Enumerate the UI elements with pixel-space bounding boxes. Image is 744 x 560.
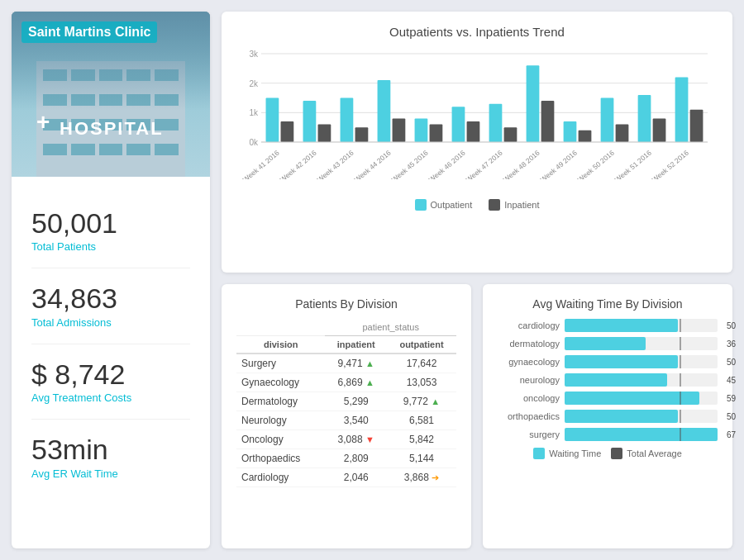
waiting-row: orthopaedics 50 <box>498 410 718 423</box>
waiting-bar-value: 67 <box>727 429 736 439</box>
inpatient-legend-color <box>489 199 500 211</box>
svg-text:Week 49 2016: Week 49 2016 <box>539 149 579 179</box>
division-table-body: Surgery 9,471 ▲ 17,642 Gynaecology 6,869… <box>236 354 456 487</box>
svg-rect-9 <box>281 121 294 142</box>
trend-chart-legend: Outpatient Inpatient <box>238 199 716 211</box>
waiting-bar-value: 45 <box>727 375 736 384</box>
th-outpatient: outpatient <box>387 335 456 354</box>
svg-rect-12 <box>318 125 331 142</box>
svg-rect-8 <box>266 98 279 143</box>
total-patients-label: Total Patients <box>31 240 190 253</box>
total-patients-value: 50,001 <box>31 208 190 239</box>
waiting-bar-container: 50 <box>565 319 718 332</box>
division-cell: Surgery <box>236 354 325 373</box>
waiting-label: dermatology <box>498 339 560 349</box>
hospital-cross-icon: + <box>36 109 50 135</box>
svg-text:Week 50 2016: Week 50 2016 <box>576 149 616 179</box>
waiting-label: surgery <box>498 429 560 439</box>
division-cell: Oncology <box>236 429 325 448</box>
svg-text:Week 46 2016: Week 46 2016 <box>427 149 467 179</box>
inpatient-cell: 3,088 ▼ <box>325 429 387 448</box>
dashboard: Saint Martins Clinic + HOSPITAL 50,001 T… <box>12 12 732 548</box>
division-table-title: Patients By Division <box>236 297 456 311</box>
waiting-chart-title: Avg Waiting Time By Division <box>498 297 718 311</box>
trend-down-icon: ▼ <box>365 434 374 444</box>
svg-rect-32 <box>564 121 577 142</box>
avg-line <box>680 410 681 423</box>
svg-rect-35 <box>601 98 614 143</box>
bottom-row: Patients By Division patient_status divi… <box>222 284 732 549</box>
svg-text:Week 47 2016: Week 47 2016 <box>465 149 504 179</box>
svg-rect-18 <box>393 118 406 142</box>
avg-line <box>680 337 681 350</box>
waiting-row: neurology 45 <box>498 373 718 387</box>
svg-text:Week 43 2016: Week 43 2016 <box>316 149 355 179</box>
svg-text:Week 48 2016: Week 48 2016 <box>502 149 541 179</box>
legend-outpatient: Outpatient <box>415 199 473 211</box>
waiting-row: surgery 67 <box>498 428 718 441</box>
svg-text:Week 44 2016: Week 44 2016 <box>353 149 393 179</box>
inpatient-cell: 9,471 ▲ <box>325 354 387 373</box>
waiting-bar-value: 59 <box>727 393 736 402</box>
svg-rect-38 <box>638 95 651 142</box>
svg-text:3k: 3k <box>249 50 258 59</box>
table-row: Oncology 3,088 ▼ 5,842 <box>236 429 456 448</box>
avg-treatment-stat: $ 8,742 Avg Treatment Costs <box>31 344 190 420</box>
svg-rect-39 <box>653 118 666 142</box>
total-avg-legend: Total Average <box>611 448 681 459</box>
legend-inpatient: Inpatient <box>489 199 539 211</box>
trend-up-icon: ▲ <box>365 377 374 387</box>
avg-wait-stat: 53min Avg ER Wait Time <box>31 420 190 494</box>
table-row: Orthopaedics 2,809 5,144 <box>236 448 456 467</box>
avg-treatment-value: $ 8,742 <box>31 359 190 390</box>
waiting-bar-value: 50 <box>727 320 736 330</box>
division-cell: Dermatology <box>236 392 325 411</box>
trend-chart-svg: 0k1k2k3kWeek 41 2016Week 42 2016Week 43 … <box>238 47 716 179</box>
svg-rect-30 <box>541 101 555 142</box>
waiting-label: orthopaedics <box>498 411 560 421</box>
avg-treatment-label: Avg Treatment Costs <box>31 392 190 404</box>
left-panel: Saint Martins Clinic + HOSPITAL 50,001 T… <box>12 12 210 548</box>
outpatient-cell: 5,144 <box>387 448 456 467</box>
svg-text:Week 51 2016: Week 51 2016 <box>613 149 653 179</box>
waiting-bar-fill <box>565 337 646 350</box>
th-division-empty <box>236 319 325 336</box>
waiting-label: cardiology <box>498 320 560 330</box>
svg-rect-24 <box>467 121 480 142</box>
inpatient-cell: 2,046 <box>325 467 387 486</box>
table-row: Cardiology 2,046 3,868 ➔ <box>236 467 456 486</box>
svg-text:Week 41 2016: Week 41 2016 <box>241 149 281 179</box>
inpatient-cell: 3,540 <box>325 411 387 429</box>
waiting-row: dermatology 36 <box>498 337 718 350</box>
waiting-legend: Waiting Time Total Average <box>498 448 718 459</box>
trend-right-icon: ➔ <box>432 472 439 482</box>
outpatient-cell: 17,642 <box>387 354 456 373</box>
waiting-bar-container: 45 <box>565 373 718 387</box>
avg-line <box>680 355 681 368</box>
outpatient-cell: 3,868 ➔ <box>387 467 456 486</box>
svg-rect-29 <box>527 65 540 142</box>
svg-text:0k: 0k <box>249 138 258 147</box>
outpatient-cell: 9,772 ▲ <box>387 392 456 411</box>
division-table: patient_status division inpatient outpat… <box>236 319 456 487</box>
total-admissions-label: Total Admissions <box>31 316 190 329</box>
svg-rect-36 <box>616 125 629 142</box>
trend-up-icon: ▲ <box>365 358 374 368</box>
svg-rect-42 <box>690 110 703 142</box>
waiting-label: oncology <box>498 393 560 403</box>
avg-wait-value: 53min <box>31 434 190 465</box>
total-admissions-value: 34,863 <box>31 283 190 314</box>
waiting-bar-container: 59 <box>565 392 718 405</box>
inpatient-cell: 2,809 <box>325 448 387 467</box>
svg-rect-14 <box>341 98 354 143</box>
trend-up-icon: ▲ <box>431 396 440 406</box>
svg-rect-27 <box>504 127 517 142</box>
waiting-bar-container: 36 <box>565 337 718 350</box>
waiting-bars: cardiology 50 dermatology 36 gynaecology… <box>498 319 718 441</box>
hospital-image: Saint Martins Clinic + HOSPITAL <box>12 12 210 177</box>
svg-text:Week 52 2016: Week 52 2016 <box>651 149 690 179</box>
avg-line <box>680 428 681 441</box>
division-cell: Neurology <box>236 411 325 429</box>
waiting-bar-value: 50 <box>727 357 736 366</box>
avg-line <box>680 373 681 387</box>
